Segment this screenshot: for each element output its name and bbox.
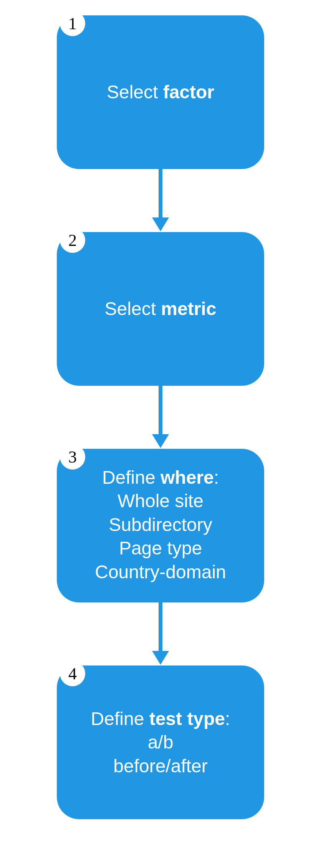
step-3-line-2: Whole site [117, 489, 204, 513]
step-2-line-1-bold: metric [161, 299, 216, 319]
step-4-line-1-prefix: Define [91, 709, 149, 729]
step-badge-1: 1 [60, 11, 85, 36]
step-2-line-1: Select metric [105, 297, 217, 320]
step-4-line-1: Define test type: [91, 707, 230, 730]
step-2-line-1-prefix: Select [105, 299, 161, 319]
step-1-line-1-bold: factor [163, 82, 214, 102]
step-3-line-4: Page type [119, 536, 202, 560]
step-box-1: Select factor [57, 15, 264, 169]
step-4-line-1-suffix: : [225, 709, 230, 729]
step-1-line-1-prefix: Select [107, 82, 163, 102]
step-box-3: Define where: Whole site Subdirectory Pa… [57, 449, 264, 602]
step-1-line-1: Select factor [107, 80, 214, 104]
step-3-line-1: Define where: [102, 466, 219, 489]
step-4-line-3: before/after [113, 754, 207, 778]
step-number-2: 2 [68, 231, 77, 250]
step-badge-3: 3 [60, 444, 85, 470]
step-3-line-3: Subdirectory [109, 513, 212, 536]
step-3-line-1-bold: where [160, 467, 214, 488]
step-number-3: 3 [68, 447, 77, 467]
step-3-line-5: Country-domain [95, 560, 226, 584]
step-number-1: 1 [68, 14, 77, 33]
step-4-line-1-bold: test type [149, 709, 225, 729]
step-3-line-1-prefix: Define [102, 467, 160, 488]
step-badge-2: 2 [60, 227, 85, 253]
step-number-4: 4 [68, 664, 77, 684]
step-badge-4: 4 [60, 661, 85, 686]
step-4-line-2: a/b [148, 730, 174, 754]
flow-diagram: Select factor 1 Select metric 2 Define w… [0, 0, 321, 868]
step-box-2: Select metric [57, 232, 264, 386]
step-box-4: Define test type: a/b before/after [57, 666, 264, 819]
step-3-line-1-suffix: : [214, 467, 219, 488]
